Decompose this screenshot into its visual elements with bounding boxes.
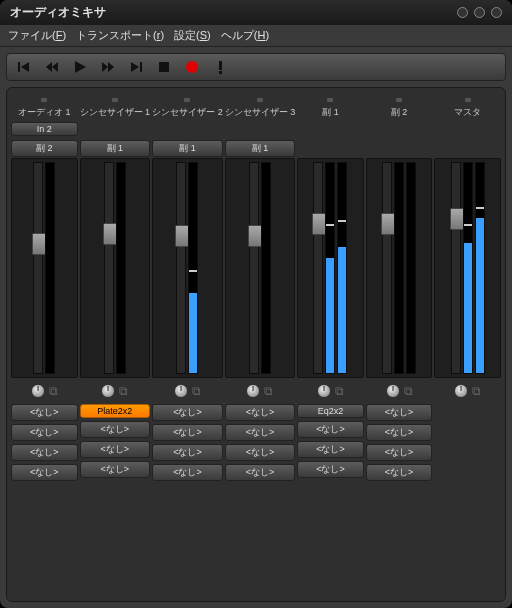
activity-led <box>112 98 118 102</box>
close-button[interactable] <box>491 7 502 18</box>
fx-slot[interactable]: <なし> <box>297 461 364 478</box>
fader-handle[interactable] <box>32 233 46 255</box>
fx-slot[interactable]: <なし> <box>152 464 223 481</box>
menu-transport[interactable]: トランスポート(r) <box>76 28 164 43</box>
menu-help[interactable]: ヘルプ(H) <box>221 28 269 43</box>
send-select[interactable]: 副 1 <box>225 140 296 157</box>
fader-meter-box <box>80 158 151 378</box>
menu-settings[interactable]: 設定(S) <box>174 28 211 43</box>
fader-handle[interactable] <box>381 213 395 235</box>
fader-track[interactable] <box>176 162 186 374</box>
fx-slot[interactable]: <なし> <box>366 424 433 441</box>
fader-meter-box <box>366 158 433 378</box>
pan-row: ⧉ <box>366 382 433 400</box>
fx-slot[interactable]: <なし> <box>152 444 223 461</box>
fader-track[interactable] <box>313 162 323 374</box>
send-select[interactable]: 副 1 <box>152 140 223 157</box>
fader-handle[interactable] <box>175 225 189 247</box>
fx-slot[interactable]: <なし> <box>152 404 223 421</box>
fx-slot[interactable]: <なし> <box>80 421 151 438</box>
stereo-link-icon[interactable]: ⧉ <box>119 384 128 398</box>
fader-track[interactable] <box>382 162 392 374</box>
play-button[interactable] <box>71 58 89 76</box>
maximize-button[interactable] <box>474 7 485 18</box>
rewind-start-button[interactable] <box>15 58 33 76</box>
minimize-button[interactable] <box>457 7 468 18</box>
fx-slot[interactable]: <なし> <box>11 404 78 421</box>
titlebar[interactable]: オーディオミキサ <box>0 0 512 25</box>
fader-handle[interactable] <box>103 223 117 245</box>
send-select[interactable]: 副 2 <box>11 140 78 157</box>
fader-track[interactable] <box>33 162 43 374</box>
fader-handle[interactable] <box>450 208 464 230</box>
level-meter <box>394 162 404 374</box>
fader-meter-box <box>297 158 364 378</box>
menu-file[interactable]: ファイル(F) <box>8 28 66 43</box>
level-meter <box>45 162 55 374</box>
input-select[interactable]: In 2 <box>11 122 78 136</box>
fx-slot[interactable]: <なし> <box>225 404 296 421</box>
stereo-link-icon[interactable]: ⧉ <box>49 384 58 398</box>
forward-end-button[interactable] <box>127 58 145 76</box>
fx-slot[interactable]: <なし> <box>225 444 296 461</box>
stereo-link-icon[interactable]: ⧉ <box>335 384 344 398</box>
pan-knob[interactable] <box>31 384 45 398</box>
fx-slot[interactable]: <なし> <box>11 464 78 481</box>
fx-slots: Plate2x2<なし><なし><なし> <box>80 404 151 478</box>
channel-label: 副 2 <box>391 106 408 118</box>
fader-track[interactable] <box>249 162 259 374</box>
pan-knob[interactable] <box>174 384 188 398</box>
fx-slot[interactable]: <なし> <box>297 421 364 438</box>
fx-slot[interactable]: <なし> <box>152 424 223 441</box>
rewind-button[interactable] <box>43 58 61 76</box>
stereo-link-icon[interactable]: ⧉ <box>472 384 481 398</box>
channel-label: シンセサイザー 2 <box>152 106 223 118</box>
activity-led <box>184 98 190 102</box>
pan-knob[interactable] <box>101 384 115 398</box>
fast-forward-button[interactable] <box>99 58 117 76</box>
stereo-link-icon[interactable]: ⧉ <box>404 384 413 398</box>
activity-led <box>465 98 471 102</box>
svg-marker-7 <box>131 62 139 72</box>
window-controls <box>457 7 502 18</box>
level-meter <box>337 162 347 374</box>
pan-knob[interactable] <box>246 384 260 398</box>
fx-slot[interactable]: <なし> <box>366 464 433 481</box>
fader-handle[interactable] <box>312 213 326 235</box>
level-meter <box>188 162 198 374</box>
send-select[interactable]: 副 1 <box>80 140 151 157</box>
level-meter <box>475 162 485 374</box>
stop-button[interactable] <box>155 58 173 76</box>
fx-slot[interactable]: <なし> <box>366 444 433 461</box>
fx-slot[interactable]: Plate2x2 <box>80 404 151 418</box>
fx-slot[interactable]: <なし> <box>225 424 296 441</box>
stereo-link-icon[interactable]: ⧉ <box>192 384 201 398</box>
fx-slot[interactable]: <なし> <box>11 424 78 441</box>
mixer-panel: オーディオ 1In 2副 2⧉<なし><なし><なし><なし>シンセサイザー 1… <box>6 87 506 602</box>
svg-rect-12 <box>219 71 222 74</box>
fader-track[interactable] <box>451 162 461 374</box>
svg-rect-9 <box>159 62 169 72</box>
fx-slot[interactable]: <なし> <box>11 444 78 461</box>
fader-handle[interactable] <box>248 225 262 247</box>
fx-slot[interactable]: <なし> <box>366 404 433 421</box>
channel-strip: 副 1⧉Eq2x2<なし><なし><なし> <box>297 96 364 481</box>
fx-slot[interactable]: <なし> <box>80 441 151 458</box>
pan-knob[interactable] <box>386 384 400 398</box>
record-button[interactable] <box>183 58 201 76</box>
fx-slot[interactable]: Eq2x2 <box>297 404 364 418</box>
channel-strip: シンセサイザー 2副 1⧉<なし><なし><なし><なし> <box>152 96 223 481</box>
fx-slot[interactable]: <なし> <box>80 461 151 478</box>
fx-slot[interactable]: <なし> <box>297 441 364 458</box>
level-meter <box>463 162 473 374</box>
pan-knob[interactable] <box>454 384 468 398</box>
channel-label: マスタ <box>454 106 481 118</box>
fx-slot[interactable]: <なし> <box>225 464 296 481</box>
activity-led <box>327 98 333 102</box>
level-meter <box>325 162 335 374</box>
pan-knob[interactable] <box>317 384 331 398</box>
pan-row: ⧉ <box>225 382 296 400</box>
fader-track[interactable] <box>104 162 114 374</box>
stereo-link-icon[interactable]: ⧉ <box>264 384 273 398</box>
panic-button[interactable] <box>211 58 229 76</box>
